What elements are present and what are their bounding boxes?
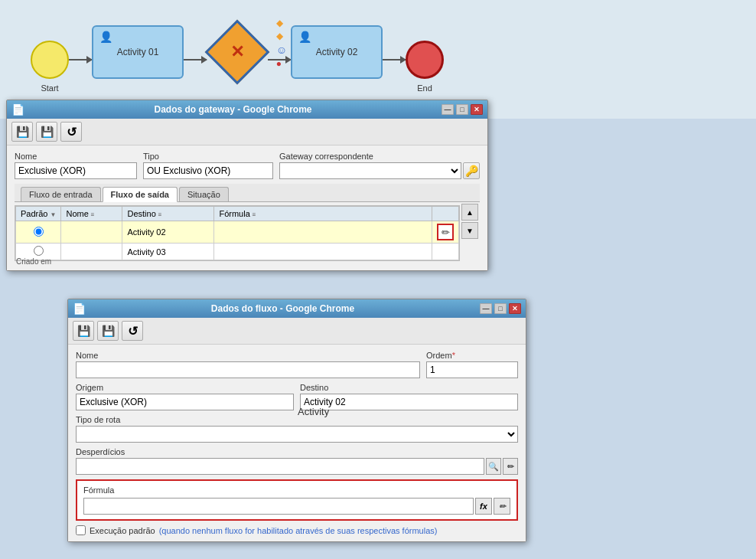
table-row: Activity 02 ✏ (16, 221, 459, 244)
execucao-padrao-checkbox[interactable] (76, 525, 86, 535)
task-user2-icon: 👤 (298, 31, 311, 43)
gateway-maximize-btn[interactable]: □ (456, 104, 468, 115)
formula-cell-2 (214, 244, 432, 260)
gateway-tabs: Fluxo de entrada Fluxo de saída Situação (15, 184, 480, 202)
gateway-correspondente-btn[interactable]: 🔑 (463, 162, 480, 179)
flow-titlebar: 📄 Dados do fluxo - Google Chrome — □ ✕ (68, 299, 526, 318)
nome-cell-1 (61, 221, 122, 244)
flow-form: Nome Ordem* Origem Destino Tipo de rota (68, 345, 526, 541)
flow-desperdicios-input[interactable] (76, 458, 484, 475)
gateway-minimize-btn[interactable]: — (442, 104, 454, 115)
flow-destino-label: Destino (300, 383, 518, 392)
tab-fluxo-entrada[interactable]: Fluxo de entrada (21, 187, 101, 201)
flow-saveas-btn[interactable]: 💾 (97, 321, 119, 341)
scroll-up-btn[interactable]: ▲ (461, 204, 478, 221)
flow-tipo-de-rota-label: Tipo de rota (76, 415, 518, 424)
bpmn-gateway-xor[interactable]: ✕ (205, 19, 270, 84)
action-cell-2 (432, 244, 459, 260)
destino-cell-1: Activity 02 (122, 221, 214, 244)
flow-nome-input[interactable] (76, 361, 420, 378)
flow-minimize-btn[interactable]: — (480, 303, 492, 314)
flow-window-controls: — □ ✕ (480, 303, 521, 314)
flow-refresh-btn[interactable]: ↺ (122, 321, 143, 341)
bpmn-end-event (406, 41, 444, 79)
nome-cell-2 (61, 244, 122, 260)
padrao-radio-2[interactable] (34, 246, 44, 256)
flow-destino-input[interactable] (300, 394, 518, 410)
formula-input[interactable] (83, 498, 474, 515)
bpmn-start-label: Start (27, 83, 73, 93)
flow-tipo-de-rota-select[interactable] (76, 426, 518, 443)
flow-title: Dados do fluxo - Google Chrome (86, 303, 480, 314)
gateway-refresh-btn[interactable]: ↺ (60, 122, 82, 142)
gateway-titlebar: 📄 Dados do gateway - Google Chrome — □ ✕ (7, 100, 487, 119)
execucao-padrao-label-static: Execução padrão (90, 526, 155, 535)
gateway-table: Padrão ▼ Nome ≡ Destino ≡ Fórmula ≡ Acti… (15, 206, 459, 260)
flow-desperdicios-label: Desperdícios (76, 447, 518, 456)
tab-situacao[interactable]: Situação (179, 187, 229, 201)
scroll-down-btn[interactable]: ▼ (461, 222, 478, 239)
bpmn-arrow-1 (69, 59, 92, 60)
table-row: Activity 03 (16, 244, 459, 260)
formula-edit-btn[interactable]: ✏ (494, 498, 510, 515)
task-user-icon: 👤 (99, 31, 112, 43)
action-cell-1: ✏ (432, 221, 459, 244)
col-actions-header (432, 207, 459, 221)
execucao-padrao-label-highlight: (quando nenhum fluxo for habilitado atra… (159, 526, 438, 535)
activity02-label: Activity 02 (316, 47, 358, 57)
nome-label: Nome (15, 152, 137, 161)
desperdicios-search-btn[interactable]: 🔍 (486, 458, 501, 475)
gateway-doc-icon: 📄 (11, 103, 24, 116)
gateway-diamond2-icon: ◆ (276, 31, 287, 41)
desperdicios-edit-btn[interactable]: ✏ (503, 458, 518, 475)
table-scroll-actions: ▲ ▼ (460, 202, 480, 264)
flow-origem-input[interactable] (76, 394, 294, 410)
gateway-title: Dados do gateway - Google Chrome (24, 104, 442, 115)
gateway-save-btn[interactable]: 💾 (11, 122, 33, 142)
bpmn-start-event (31, 41, 69, 79)
gateway-toolbar: 💾 💾 ↺ (7, 119, 487, 145)
checkbox-row: Execução padrão (quando nenhum fluxo for… (76, 525, 518, 535)
bpmn-arrow-3 (268, 59, 291, 60)
flow-save-btn[interactable]: 💾 (73, 321, 94, 341)
criado-em-label: Criado em (16, 257, 51, 266)
gateway-window-controls: — □ ✕ (442, 104, 483, 115)
padrao-radio-1[interactable] (34, 227, 44, 237)
bpmn-task-activity01[interactable]: 👤 Activity 01 (92, 25, 184, 79)
gateway-correspondente-select[interactable] (279, 162, 461, 179)
padrao-cell-1 (16, 221, 61, 244)
gateway-window: 📄 Dados do gateway - Google Chrome — □ ✕… (6, 100, 488, 271)
tipo-input[interactable] (143, 162, 273, 179)
nome-input[interactable] (15, 162, 137, 179)
gateway-smiley-icon: ☺ (276, 44, 287, 56)
bpmn-end-label: End (402, 83, 448, 93)
bpmn-arrow-4 (383, 59, 406, 60)
gateway-close-btn[interactable]: ✕ (471, 104, 483, 115)
flow-window: 📄 Dados do fluxo - Google Chrome — □ ✕ 💾… (67, 299, 526, 542)
destino-cell-2: Activity 03 (122, 244, 214, 260)
flow-maximize-btn[interactable]: □ (494, 303, 507, 314)
gateway-saveas-btn[interactable]: 💾 (36, 122, 57, 142)
flow-origem-label: Origem (76, 383, 294, 392)
bpmn-task-activity02[interactable]: 👤 Activity 02 (291, 25, 383, 79)
gateway-correspondente-label: Gateway correspondente (279, 152, 480, 161)
gateway-form: Nome Tipo Gateway correspondente 🔑 Fluxo… (7, 145, 487, 270)
formula-section: Fórmula fx ✏ (76, 479, 518, 521)
flow-ordem-input[interactable] (426, 361, 518, 378)
activity-bottom-label: Activity (298, 406, 329, 417)
flow-nome-label: Nome (76, 351, 420, 360)
col-padrao-header: Padrão ▼ (16, 207, 61, 221)
col-formula-header: Fórmula ≡ (214, 207, 432, 221)
formula-fx-btn[interactable]: fx (475, 498, 492, 515)
tipo-label: Tipo (143, 152, 273, 161)
flow-ordem-label: Ordem* (426, 351, 518, 360)
tab-fluxo-saida[interactable]: Fluxo de saída (103, 187, 178, 202)
flow-close-btn[interactable]: ✕ (509, 303, 521, 314)
edit-btn-1[interactable]: ✏ (437, 224, 454, 240)
col-destino-header: Destino ≡ (122, 207, 214, 221)
activity01-label: Activity 01 (117, 47, 159, 57)
ordem-required-star: * (452, 351, 455, 360)
col-nome-header: Nome ≡ (61, 207, 122, 221)
formula-cell-1 (214, 221, 432, 244)
gateway-x-symbol: ✕ (230, 42, 244, 62)
